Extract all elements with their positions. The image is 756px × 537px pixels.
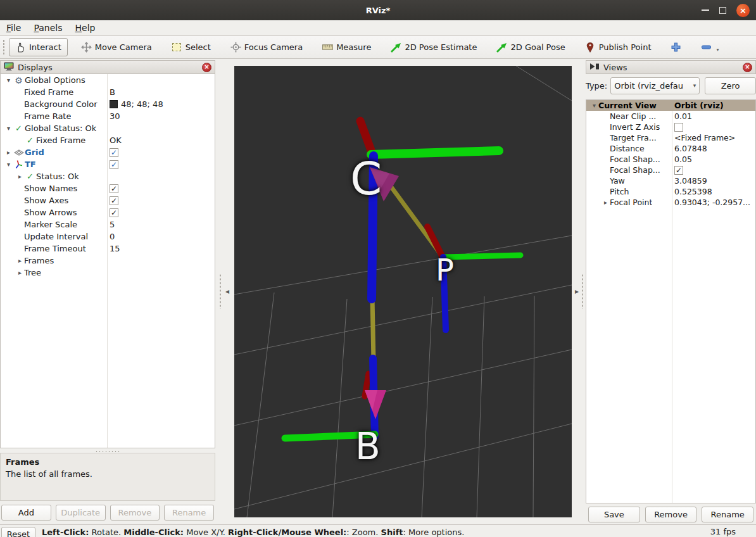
displays-row-frame-rate[interactable]: Frame Rate30 bbox=[1, 110, 215, 122]
collapse-arrow-icon[interactable]: ▸ bbox=[4, 149, 13, 156]
displays-close-icon[interactable]: × bbox=[202, 63, 211, 72]
zero-button[interactable]: Zero bbox=[705, 77, 756, 94]
minimize-icon[interactable] bbox=[702, 9, 709, 11]
property-value[interactable]: Orbit (rviz) bbox=[674, 101, 724, 110]
views-row-focal-shap-[interactable]: Focal Shap...0.05 bbox=[586, 154, 755, 165]
displays-row-status-ok[interactable]: ▸✓Status: Ok bbox=[1, 170, 215, 182]
collapse-arrow-icon[interactable]: ▸ bbox=[602, 199, 610, 206]
displays-row-grid[interactable]: ▸Grid✓ bbox=[1, 146, 215, 158]
checkbox[interactable]: ✓ bbox=[110, 208, 118, 217]
property-value[interactable]: 0.01 bbox=[674, 111, 692, 121]
views-row-yaw[interactable]: Yaw3.04859 bbox=[586, 175, 755, 186]
displays-row-marker-scale[interactable]: Marker Scale5 bbox=[1, 218, 215, 231]
tool-2d-pose-estimate[interactable]: 2D Pose Estimate bbox=[384, 38, 483, 56]
displays-row-frames[interactable]: ▸Frames bbox=[1, 255, 215, 267]
checkbox[interactable]: ✓ bbox=[674, 166, 683, 175]
property-value[interactable]: B bbox=[110, 87, 115, 97]
collapse-arrow-icon[interactable]: ▸ bbox=[16, 173, 24, 180]
displays-row-global-options[interactable]: ▾⚙Global Options bbox=[1, 74, 215, 86]
displays-row-global-status-ok[interactable]: ▾✓Global Status: Ok bbox=[1, 122, 215, 134]
property-value[interactable]: 0.05 bbox=[674, 155, 692, 164]
displays-row-fixed-frame[interactable]: ✓Fixed FrameOK bbox=[1, 134, 215, 146]
property-value[interactable]: 30 bbox=[110, 111, 120, 121]
tool-measure[interactable]: Measure bbox=[316, 38, 377, 56]
property-value[interactable]: ✓ bbox=[110, 196, 118, 205]
menu-file[interactable]: File bbox=[5, 22, 27, 34]
window-controls: × bbox=[702, 0, 750, 20]
property-value[interactable]: ✓ bbox=[110, 160, 118, 169]
displays-row-fixed-frame[interactable]: Fixed FrameB bbox=[1, 86, 215, 98]
displays-row-show-arrows[interactable]: Show Arrows✓ bbox=[1, 206, 215, 218]
views-row-near-clip-[interactable]: Near Clip ...0.01 bbox=[586, 111, 755, 122]
tool-select[interactable]: Select bbox=[165, 38, 217, 56]
views-panel-header[interactable]: Views × bbox=[586, 60, 756, 74]
view-type-dropdown[interactable]: Orbit (rviz_defau ▾ bbox=[610, 77, 700, 94]
close-icon[interactable]: × bbox=[736, 4, 750, 17]
property-value[interactable]: 0.93043; -0.2957... bbox=[674, 198, 750, 207]
property-value[interactable] bbox=[674, 123, 683, 132]
collapse-arrow-icon[interactable]: ▸ bbox=[16, 257, 24, 264]
tool-plus[interactable] bbox=[664, 38, 688, 56]
expand-arrow-icon[interactable]: ▾ bbox=[4, 77, 13, 84]
right-splitter-dots[interactable] bbox=[581, 274, 584, 309]
collapse-left-arrow-icon[interactable]: ◂ bbox=[225, 287, 229, 296]
titlebar[interactable]: RViz* × bbox=[0, 0, 756, 20]
tool-move-camera[interactable]: Move Camera bbox=[75, 38, 158, 56]
property-value[interactable]: 0 bbox=[110, 232, 115, 241]
views-row-focal-point[interactable]: ▸Focal Point0.93043; -0.2957... bbox=[586, 197, 755, 208]
property-value[interactable]: 15 bbox=[110, 244, 120, 253]
tool-publish-point[interactable]: Publish Point bbox=[579, 38, 658, 56]
menu-help[interactable]: Help bbox=[74, 22, 102, 34]
left-splitter-dots[interactable] bbox=[219, 274, 222, 309]
checkbox[interactable]: ✓ bbox=[110, 196, 118, 205]
views-save-button[interactable]: Save bbox=[588, 507, 640, 522]
property-value[interactable]: 0.525398 bbox=[674, 187, 712, 196]
property-value[interactable]: <Fixed Frame> bbox=[674, 133, 735, 142]
tool-focus-camera[interactable]: Focus Camera bbox=[224, 38, 309, 56]
collapse-arrow-icon[interactable]: ▸ bbox=[16, 269, 24, 276]
tool-interact[interactable]: Interact bbox=[9, 38, 68, 56]
views-close-icon[interactable]: × bbox=[743, 63, 752, 72]
maximize-icon[interactable] bbox=[719, 7, 726, 14]
collapse-right-arrow-icon[interactable]: ▸ bbox=[575, 287, 579, 296]
displays-row-frame-timeout[interactable]: Frame Timeout15 bbox=[1, 243, 215, 255]
displays-row-tf[interactable]: ▾TF✓ bbox=[1, 158, 215, 170]
tool-2d-goal-pose[interactable]: 2D Goal Pose bbox=[490, 38, 571, 56]
render-viewport[interactable]: C P B bbox=[234, 66, 572, 517]
property-value[interactable]: ✓ bbox=[110, 208, 118, 217]
views-row-target-fra-[interactable]: Target Fra...<Fixed Frame> bbox=[586, 132, 755, 143]
displays-row-background-color[interactable]: Background Color48; 48; 48 bbox=[1, 98, 215, 110]
property-value[interactable]: 6.07848 bbox=[674, 144, 707, 153]
displays-row-show-axes[interactable]: Show Axes✓ bbox=[1, 194, 215, 206]
views-row-invert-z-axis[interactable]: Invert Z Axis bbox=[586, 122, 755, 132]
views-row-current-view[interactable]: ▾Current ViewOrbit (rviz) bbox=[586, 100, 755, 111]
displays-row-tree[interactable]: ▸Tree bbox=[1, 267, 215, 279]
displays-add-button[interactable]: Add bbox=[1, 505, 51, 521]
checkbox[interactable]: ✓ bbox=[110, 148, 118, 157]
property-value[interactable]: OK bbox=[110, 136, 122, 145]
checkbox[interactable]: ✓ bbox=[110, 160, 118, 169]
toolbar-drag-handle[interactable] bbox=[3, 39, 5, 56]
displays-row-update-interval[interactable]: Update Interval0 bbox=[1, 231, 215, 243]
property-value[interactable]: 5 bbox=[110, 220, 115, 229]
property-value[interactable]: ✓ bbox=[110, 148, 118, 157]
checkbox[interactable]: ✓ bbox=[110, 184, 118, 193]
property-value[interactable]: ✓ bbox=[110, 184, 118, 193]
views-row-distance[interactable]: Distance6.07848 bbox=[586, 143, 755, 154]
expand-arrow-icon[interactable]: ▾ bbox=[4, 161, 13, 168]
property-value[interactable]: 3.04859 bbox=[674, 176, 707, 186]
menu-panels[interactable]: Panels bbox=[32, 22, 68, 34]
tool-minus[interactable]: ▾ bbox=[695, 38, 725, 56]
views-rename-button[interactable]: Rename bbox=[702, 507, 753, 522]
expand-arrow-icon[interactable]: ▾ bbox=[590, 102, 598, 109]
expand-arrow-icon[interactable]: ▾ bbox=[4, 125, 13, 132]
views-remove-button[interactable]: Remove bbox=[645, 507, 697, 522]
displays-row-show-names[interactable]: Show Names✓ bbox=[1, 182, 215, 194]
views-row-focal-shap-[interactable]: Focal Shap...✓ bbox=[586, 165, 755, 175]
views-row-pitch[interactable]: Pitch0.525398 bbox=[586, 186, 755, 197]
displays-panel-header[interactable]: Displays × bbox=[0, 60, 215, 74]
reset-button[interactable]: Reset bbox=[1, 527, 35, 537]
property-value[interactable]: 48; 48; 48 bbox=[110, 99, 163, 109]
checkbox[interactable] bbox=[674, 123, 683, 132]
property-value[interactable]: ✓ bbox=[674, 166, 683, 175]
